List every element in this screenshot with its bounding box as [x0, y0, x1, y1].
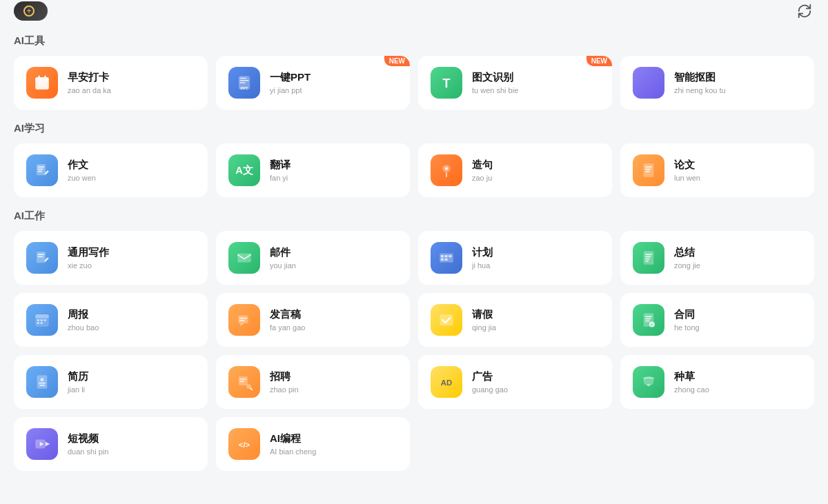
svg-rect-61: [240, 379, 247, 380]
card-pinyin-zhou-bao: zhou bao: [68, 323, 99, 332]
svg-rect-29: [441, 255, 444, 257]
svg-rect-4: [44, 75, 46, 79]
svg-text:24: 24: [39, 79, 46, 86]
card-text-tu-wen-shi-bie: 图文识别tu wen shi bie: [472, 71, 518, 94]
card-tong-yong-xie-zuo[interactable]: 通用写作xie zuo: [14, 231, 208, 285]
svg-rect-49: [440, 314, 453, 325]
card-pinyin-tu-wen-shi-bie: tu wen shi bie: [472, 86, 518, 94]
svg-rect-3: [38, 75, 39, 79]
svg-line-64: [250, 388, 252, 390]
card-text-zhong-cao: 种草zhong cao: [674, 370, 709, 394]
card-lun-wen[interactable]: 论文lun wen: [620, 143, 814, 197]
card-name-zao-ju: 造句: [472, 159, 493, 172]
svg-text:✓: ✓: [650, 323, 653, 327]
card-zhi-neng-kou-tu[interactable]: ✦ 智能抠图zhi neng kou tu: [620, 56, 814, 110]
new-badge-yi-jian-ppt: NEW: [384, 56, 410, 66]
icon-fa-yan-gao: [228, 304, 260, 336]
svg-rect-38: [645, 261, 649, 262]
icon-tu-wen-shi-bie: T: [431, 67, 462, 99]
card-text-qing-jia: 请假qing jia: [472, 308, 496, 332]
card-fa-yan-gao[interactable]: 发言稿fa yan gao: [216, 293, 410, 347]
card-name-he-tong: 合同: [674, 308, 700, 321]
card-zhou-bao[interactable]: 周报zhou bao: [14, 293, 208, 347]
section-title-ai-tools: AI工具: [14, 34, 814, 48]
card-text-ji-hua: 计划ji hua: [472, 246, 493, 270]
card-pinyin-zuo-wen: zuo wen: [68, 174, 96, 182]
card-text-lun-wen: 论文lun wen: [674, 159, 700, 182]
card-zao-an-da-ka[interactable]: 24 早安打卡zao an da ka: [14, 56, 208, 110]
card-text-zao-ju: 造句zao ju: [472, 159, 493, 182]
card-name-zhou-bao: 周报: [68, 308, 99, 321]
cards-grid-ai-tools: 24 早安打卡zao an da ka PPT 一键PPTyi jian ppt…: [14, 56, 814, 110]
svg-rect-33: [445, 259, 448, 261]
svg-marker-67: [46, 442, 50, 447]
svg-rect-30: [445, 255, 448, 257]
svg-rect-53: [645, 321, 650, 322]
card-ji-hua[interactable]: 计划ji hua: [418, 231, 612, 285]
card-pinyin-zong-jie: zong jie: [674, 261, 700, 270]
svg-point-18: [445, 167, 448, 170]
card-guang-gao[interactable]: AD 广告guang gao: [418, 355, 612, 409]
svg-rect-37: [645, 259, 650, 260]
svg-rect-14: [38, 169, 43, 170]
card-name-zuo-wen: 作文: [68, 159, 96, 172]
card-name-duan-shi-pin: 短视频: [68, 432, 108, 445]
icon-you-jian: [228, 242, 260, 274]
card-text-jian-li: 简历jian li: [68, 370, 88, 394]
card-pinyin-yi-jian-ppt: yi jian ppt: [270, 86, 310, 94]
card-you-jian[interactable]: 邮件you jian: [216, 231, 410, 285]
svg-rect-47: [239, 318, 247, 319]
icon-zao-an-da-ka: 24: [26, 67, 58, 99]
section-title-ai-work: AI工作: [14, 210, 814, 223]
card-text-duan-shi-pin: 短视频duan shi pin: [68, 432, 108, 456]
card-name-you-jian: 邮件: [270, 246, 296, 259]
card-he-tong[interactable]: ✓ 合同he tong: [620, 293, 814, 347]
svg-text:</>: </>: [239, 441, 250, 449]
vip-button[interactable]: +: [14, 1, 48, 21]
svg-rect-8: [240, 82, 246, 83]
svg-rect-15: [38, 171, 43, 172]
card-yi-jian-ppt[interactable]: PPT 一键PPTyi jian pptNEW: [216, 56, 410, 110]
svg-point-57: [41, 378, 44, 381]
icon-zong-jie: [633, 242, 664, 274]
card-zuo-wen[interactable]: 作文zuo wen: [14, 143, 208, 197]
card-jian-li[interactable]: 简历jian li: [14, 355, 208, 409]
icon-he-tong: ✓: [633, 304, 664, 336]
svg-rect-59: [39, 385, 45, 386]
svg-rect-31: [448, 255, 451, 257]
card-qing-jia[interactable]: 请假qing jia: [418, 293, 612, 347]
card-duan-shi-pin[interactable]: 短视频duan shi pin: [14, 417, 208, 471]
card-zong-jie[interactable]: 总结zong jie: [620, 231, 814, 285]
icon-ai-bian-cheng: </>: [228, 428, 260, 460]
card-name-fan-yi: 翻译: [270, 159, 290, 172]
svg-rect-62: [240, 381, 245, 382]
card-text-he-tong: 合同he tong: [674, 308, 700, 332]
svg-rect-32: [441, 259, 444, 261]
svg-rect-52: [645, 319, 651, 320]
card-name-fa-yan-gao: 发言稿: [270, 308, 305, 321]
card-zao-ju[interactable]: 造句zao ju: [418, 143, 612, 197]
icon-tong-yong-xie-zuo: [26, 242, 58, 274]
card-text-tong-yong-xie-zuo: 通用写作xie zuo: [68, 246, 109, 270]
card-pinyin-zao-ju: zao ju: [472, 174, 493, 182]
card-ai-bian-cheng[interactable]: </> AI编程AI bian cheng: [216, 417, 410, 471]
card-pinyin-fan-yi: fan yi: [270, 174, 290, 182]
refresh-icon[interactable]: [795, 1, 814, 21]
card-text-zhi-neng-kou-tu: 智能抠图zhi neng kou tu: [674, 71, 726, 94]
card-fan-yi[interactable]: A文 翻译fan yi: [216, 143, 410, 197]
svg-rect-27: [237, 254, 251, 263]
plus-icon: +: [23, 6, 34, 17]
svg-rect-34: [644, 251, 654, 265]
card-pinyin-lun-wen: lun wen: [674, 174, 700, 182]
card-text-fa-yan-gao: 发言稿fa yan gao: [270, 308, 305, 332]
card-zhao-pin[interactable]: 招聘zhao pin: [216, 355, 410, 409]
card-zhong-cao[interactable]: 种草zhong cao: [620, 355, 814, 409]
svg-rect-28: [440, 254, 453, 263]
svg-rect-48: [239, 320, 245, 321]
card-name-zao-an-da-ka: 早安打卡: [68, 71, 111, 84]
card-pinyin-zhao-pin: zhao pin: [270, 385, 299, 394]
card-tu-wen-shi-bie[interactable]: T 图文识别tu wen shi bieNEW: [418, 56, 612, 110]
svg-rect-45: [41, 322, 43, 323]
card-pinyin-tong-yong-xie-zuo: xie zuo: [68, 261, 109, 270]
card-text-you-jian: 邮件you jian: [270, 246, 296, 270]
